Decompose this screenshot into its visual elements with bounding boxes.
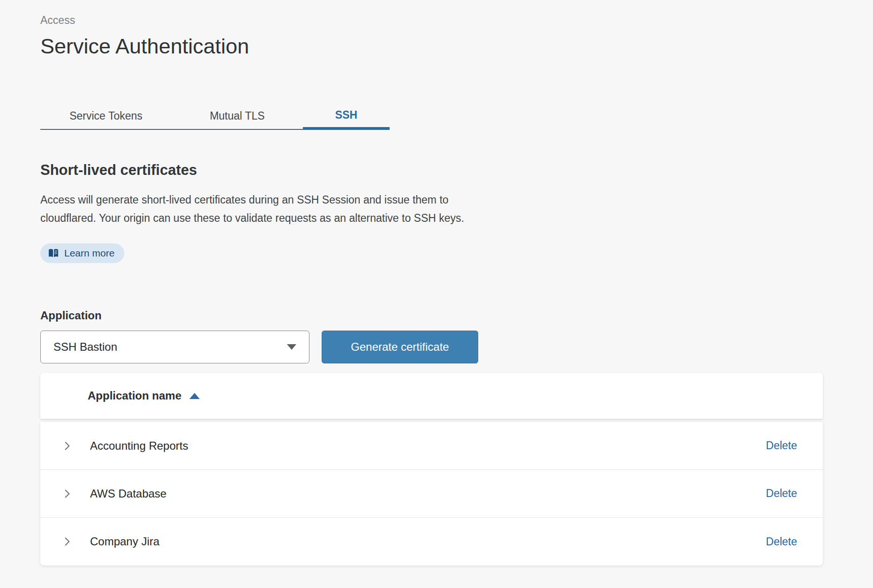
application-name: AWS Database [90, 487, 766, 500]
certificate-controls: SSH Bastion Generate certificate [40, 331, 873, 363]
application-select[interactable]: SSH Bastion [40, 331, 309, 363]
breadcrumb[interactable]: Access [40, 14, 75, 27]
table-body: Accounting ReportsDeleteAWS DatabaseDele… [40, 422, 823, 565]
main-content: Access Service Authentication Service To… [0, 0, 873, 565]
tab-ssh[interactable]: SSH [303, 103, 390, 130]
tab-bar: Service Tokens Mutual TLS SSH [40, 103, 873, 130]
learn-more-button[interactable]: Learn more [40, 243, 124, 263]
chevron-right-icon[interactable] [61, 535, 73, 548]
generate-certificate-button[interactable]: Generate certificate [322, 331, 478, 363]
column-header-label: Application name [88, 389, 181, 402]
delete-link[interactable]: Delete [766, 439, 797, 452]
tab-mutual-tls[interactable]: Mutual TLS [172, 103, 303, 130]
application-name: Accounting Reports [90, 439, 766, 452]
section-description: Access will generate short-lived certifi… [40, 191, 509, 227]
chevron-right-icon[interactable] [61, 488, 73, 500]
table-row: Accounting ReportsDelete [40, 422, 823, 470]
section-heading: Short-lived certificates [40, 162, 873, 179]
page-title: Service Authentication [40, 34, 873, 59]
tab-service-tokens[interactable]: Service Tokens [40, 103, 172, 130]
chevron-right-icon[interactable] [61, 440, 73, 452]
application-name: Company Jira [90, 535, 766, 548]
delete-link[interactable]: Delete [766, 535, 797, 548]
application-select-value: SSH Bastion [53, 340, 117, 354]
table-header: Application name [40, 373, 823, 419]
application-label: Application [40, 309, 873, 322]
delete-link[interactable]: Delete [766, 487, 797, 500]
applications-table: Application name Accounting ReportsDelet… [40, 373, 823, 565]
learn-more-label: Learn more [64, 248, 114, 259]
sort-asc-icon [189, 393, 200, 399]
table-row: Company JiraDelete [40, 518, 823, 565]
book-icon [48, 249, 59, 258]
table-row: AWS DatabaseDelete [40, 470, 823, 518]
column-header-application-name[interactable]: Application name [88, 389, 200, 402]
chevron-down-icon [287, 344, 296, 350]
